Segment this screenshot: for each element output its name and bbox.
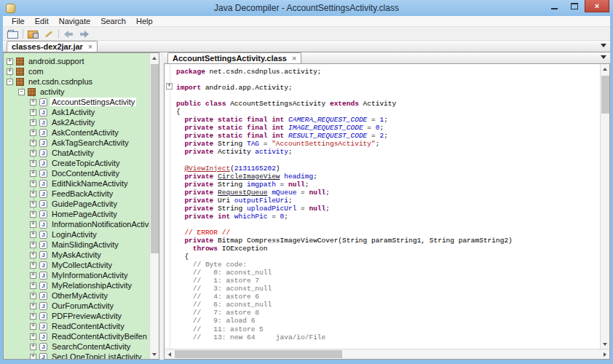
tree-item-ChatActivity[interactable]: +ChatActivity xyxy=(4,148,149,158)
tree-item-net.csdn.csdnplus[interactable]: -net.csdn.csdnplus xyxy=(4,76,149,87)
open-file-button[interactable] xyxy=(5,28,20,39)
scroll-down-button[interactable] xyxy=(601,339,610,349)
expand-icon[interactable]: + xyxy=(30,140,36,146)
forward-button[interactable] xyxy=(76,28,92,39)
tree-item-InformationNotificationActivity[interactable]: +InformationNotificationActivity xyxy=(4,219,149,229)
type-link[interactable]: RequestQueue xyxy=(218,189,267,197)
expand-icon[interactable]: + xyxy=(30,242,36,248)
menu-item-help[interactable]: Help xyxy=(131,17,158,25)
tree-item-MyCollectActivity[interactable]: +MyCollectActivity xyxy=(4,260,149,270)
tree-item-EditNickNameActivity[interactable]: +EditNickNameActivity xyxy=(4,178,149,189)
class-tab-close-icon[interactable]: × xyxy=(292,55,296,62)
expand-icon[interactable]: + xyxy=(30,191,36,197)
expand-icon[interactable]: + xyxy=(30,99,36,106)
expand-icon[interactable]: + xyxy=(30,344,36,350)
maximize-button[interactable] xyxy=(564,0,585,12)
expand-icon[interactable]: + xyxy=(30,119,36,126)
search-button[interactable] xyxy=(41,28,56,39)
tree-vertical-scrollbar[interactable] xyxy=(149,53,159,359)
jar-tab-list-dropdown-icon[interactable] xyxy=(601,44,606,47)
expand-icon[interactable]: + xyxy=(30,130,36,136)
menu-item-file[interactable]: File xyxy=(7,17,30,25)
tree-item-CreateTopicActivity[interactable]: +CreateTopicActivity xyxy=(4,158,149,168)
back-button[interactable] xyxy=(61,28,76,39)
expand-icon[interactable]: + xyxy=(7,68,13,75)
expand-icon[interactable]: + xyxy=(30,303,36,309)
expand-icon[interactable]: + xyxy=(7,58,13,65)
tree-item-PDFPreviewActivity[interactable]: +PDFPreviewActivity xyxy=(4,311,149,321)
scroll-left-button[interactable] xyxy=(165,349,174,359)
collapse-icon[interactable]: - xyxy=(7,79,13,85)
scroll-up-button[interactable] xyxy=(150,53,159,63)
tree-item-Ask1Activity[interactable]: +Ask1Activity xyxy=(4,107,149,117)
expand-icon[interactable]: + xyxy=(30,333,36,340)
expand-icon[interactable]: + xyxy=(30,170,36,177)
tree-item-MyAskActivity[interactable]: +MyAskActivity xyxy=(4,250,149,260)
expand-icon[interactable]: + xyxy=(30,323,36,330)
expand-icon[interactable]: + xyxy=(30,282,36,289)
close-button[interactable]: × xyxy=(585,0,609,12)
scroll-down-button[interactable] xyxy=(150,349,159,359)
tree-item-GuidePageActivity[interactable]: +GuidePageActivity xyxy=(4,199,149,209)
tree-item-AskContentActivity[interactable]: +AskContentActivity xyxy=(4,127,149,138)
code-token: private xyxy=(184,116,213,124)
menu-item-edit[interactable]: Edit xyxy=(30,17,54,25)
class-tab-list-dropdown-icon[interactable] xyxy=(601,55,606,59)
tree-item-OurForumActivity[interactable]: +OurForumActivity xyxy=(4,301,149,311)
tree-item-MyInformationActivity[interactable]: +MyInformationActivity xyxy=(4,270,149,280)
class-icon xyxy=(39,190,47,198)
window-controls: × xyxy=(544,0,613,16)
tree-item-activity[interactable]: -activity xyxy=(4,87,149,97)
tree-item-LoginActivity[interactable]: +LoginActivity xyxy=(4,229,149,240)
expand-icon[interactable]: + xyxy=(30,232,36,238)
tree-scrollbar-thumb[interactable] xyxy=(151,64,159,253)
expand-icon[interactable]: + xyxy=(30,252,36,258)
code-token: // 1: astore 7 xyxy=(193,277,259,285)
jar-tab[interactable]: classes-dex2jar.jar × xyxy=(7,41,98,52)
code-scrollbar-thumb[interactable] xyxy=(601,76,609,114)
tree-item-ReadContentActivity[interactable]: +ReadContentActivity xyxy=(4,321,149,331)
menu-item-search[interactable]: Search xyxy=(95,17,131,25)
tree-item-DocContentActivity[interactable]: +DocContentActivity xyxy=(4,168,149,178)
tree-item-com[interactable]: +com xyxy=(4,66,149,76)
expand-icon[interactable]: + xyxy=(30,272,36,279)
tree-item-OtherMyActivity[interactable]: +OtherMyActivity xyxy=(4,290,149,301)
class-tab[interactable]: AccountSettingsActivity.class × xyxy=(167,52,301,63)
expand-icon[interactable]: + xyxy=(30,181,36,187)
collapse-icon[interactable]: - xyxy=(18,89,25,95)
jar-tab-close-icon[interactable]: × xyxy=(88,43,92,50)
tree-item-AskTagSearchActivity[interactable]: +AskTagSearchActivity xyxy=(4,138,149,148)
expand-icon[interactable]: + xyxy=(30,313,36,320)
tree-item-ReadContentActivityBeifen[interactable]: +ReadContentActivityBeifen xyxy=(4,331,149,341)
code-vertical-scrollbar[interactable] xyxy=(600,64,609,349)
tree-item-MyRelationshipActivity[interactable]: +MyRelationshipActivity xyxy=(4,280,149,290)
tree-item-HomePageActivity[interactable]: +HomePageActivity xyxy=(4,209,149,219)
code-token: ; xyxy=(288,148,293,156)
save-all-sources-button[interactable] xyxy=(25,28,41,39)
tree-item-AccountSettingsActivity[interactable]: +AccountSettingsActivity xyxy=(4,97,149,107)
tree-item-Ask2Activity[interactable]: +Ask2Activity xyxy=(4,117,149,127)
expand-icon[interactable]: + xyxy=(30,160,36,167)
minimize-button[interactable] xyxy=(544,0,564,12)
code-token: net.csdn.csdnplus.activity; xyxy=(205,68,322,76)
expand-icon[interactable]: + xyxy=(30,221,36,228)
tree-item-android.support[interactable]: +android.support xyxy=(4,56,149,66)
expand-icon[interactable]: + xyxy=(30,109,36,116)
tree-item-SearchContentActivity[interactable]: +SearchContentActivity xyxy=(4,341,149,352)
expand-icon[interactable]: + xyxy=(30,201,36,207)
tree-item-MainSlidingActivity[interactable]: +MainSlidingActivity xyxy=(4,240,149,250)
annotation-link[interactable]: @ViewInject xyxy=(184,165,230,173)
code-hscrollbar-thumb[interactable] xyxy=(175,350,342,358)
menu-item-navigate[interactable]: Navigate xyxy=(54,17,95,25)
scroll-up-button[interactable] xyxy=(601,64,610,74)
expand-icon[interactable]: + xyxy=(30,354,36,360)
scroll-right-button[interactable] xyxy=(600,349,609,359)
expand-icon[interactable]: + xyxy=(30,211,36,218)
type-link[interactable]: CircleImageView xyxy=(218,173,280,181)
tree-item-SecLOneTopicListActivity[interactable]: +SecLOneTopicListActivity xyxy=(4,352,149,359)
expand-icon[interactable]: + xyxy=(30,150,36,157)
tree-item-FeedBackActivity[interactable]: +FeedBackActivity xyxy=(4,189,149,199)
code-horizontal-scrollbar[interactable] xyxy=(165,349,609,359)
expand-icon[interactable]: + xyxy=(30,293,36,299)
expand-icon[interactable]: + xyxy=(30,262,36,269)
